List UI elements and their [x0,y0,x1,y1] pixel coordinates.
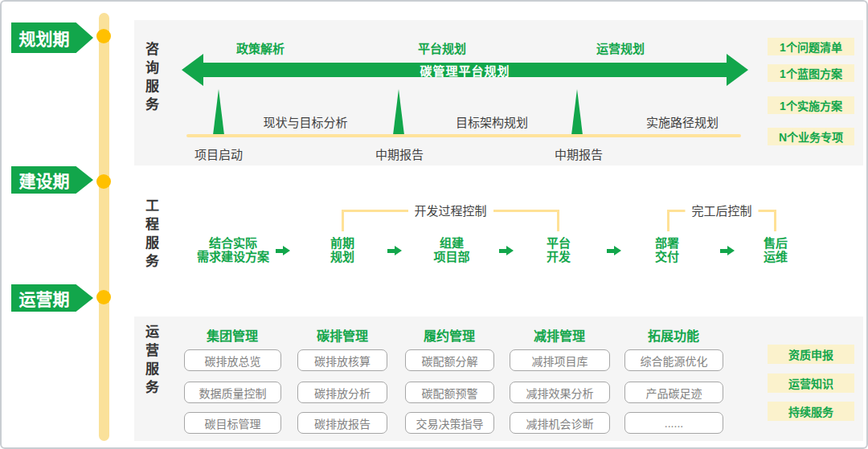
op-item: 碳排放报告 [297,412,387,434]
op-item: 碳排放分析 [297,382,387,403]
flow-step-line: 组建 [424,236,480,250]
op-item: 减排机会诊断 [510,412,610,434]
flow-step-line: 运维 [747,250,804,263]
deliverable-issue-list: 1个问题清单 [768,38,854,55]
arrow-title: 碳管理平台规划 [203,63,727,77]
flow-step-line: 结合实际 [185,236,281,250]
arrow-left-head [182,54,203,86]
milestone-spike-2 [393,89,404,135]
milestone-label-midterm-1: 中期报告 [351,145,448,162]
flow-step-project-team: 组建 项目部 [424,236,480,263]
op-header-compliance-mgmt: 履约管理 [411,325,488,345]
op-item: ...... [624,412,723,434]
op-item: 减排项目库 [510,349,610,371]
flow-step-line: 前期 [314,236,371,250]
op-side-knowledge: 运营知识 [768,373,854,393]
op-item: 碳配额预警 [405,382,494,403]
flow-arrow-icon [387,246,402,255]
op-item: 碳排放总览 [184,349,281,371]
op-item: 数据质量控制 [184,382,281,403]
flow-step-line: 项目部 [424,250,480,263]
consulting-section-title: 咨询服务 [141,42,161,116]
milestone-label-kickoff: 项目启动 [170,145,267,162]
op-side-qualification: 资质申报 [768,345,854,364]
flow-step-line: 售后 [747,236,804,250]
flow-step-line: 平台 [530,236,587,250]
flow-arrow-icon [276,246,290,255]
op-item: 产品碳足迹 [624,382,723,403]
flow-step-line: 需求建设方案 [185,250,281,263]
op-header-group-mgmt: 集团管理 [194,325,271,345]
dev-process-control-bracket: 开发过程控制 [342,210,559,231]
flow-step-line: 部署 [639,236,695,250]
phase-dot-planning [96,29,111,43]
op-header-extended-functions: 拓展功能 [635,325,712,345]
phase-dot-construction [96,174,111,189]
consulting-timeline [186,134,741,137]
arrow-right-head [727,54,748,86]
milestone-label-midterm-2: 中期报告 [530,145,627,162]
flow-step-after-sales: 售后 运维 [747,236,804,263]
operation-section-title: 运营服务 [141,325,161,398]
phase-dot-operation [96,290,111,304]
flow-step-deploy-deliver: 部署 交付 [639,236,695,263]
op-item: 碳配额分解 [405,349,494,371]
slide-canvas: 规划期 建设期 运营期 咨询服务 政策解析 平台规划 运营规划 碳管理平台规划 … [0,0,868,449]
operation-panel: 运营服务 集团管理 碳排管理 履约管理 减排管理 拓展功能 碳排放总览 数据质量… [134,316,863,441]
flow-step-requirements: 结合实际 需求建设方案 [185,236,281,263]
segment-text-3: 实施路径规划 [618,113,747,130]
phase-label-operation: 运营期 [11,284,93,312]
flow-step-line: 规划 [314,250,371,263]
dev-process-control-label: 开发过程控制 [407,202,493,218]
flow-arrow-icon [607,246,621,255]
segment-text-1: 现状与目标分析 [241,113,370,130]
flow-arrow-icon [720,246,735,255]
post-completion-control-bracket: 完工后控制 [667,210,776,231]
carbon-platform-planning-arrow: 碳管理平台规划 [182,54,748,86]
phase-timeline-rail [99,13,109,441]
op-item: 碳目标管理 [184,412,281,434]
flow-step-line: 开发 [530,250,587,263]
flow-step-early-planning: 前期 规划 [314,236,371,263]
deliverable-implementation: 1个实施方案 [768,96,854,114]
op-header-reduction-mgmt: 减排管理 [521,325,598,345]
deliverable-blueprint: 1个蓝图方案 [768,64,854,82]
op-header-emission-mgmt: 碳排管理 [304,325,381,345]
segment-text-2: 目标架构规划 [428,113,556,130]
op-item: 交易决策指导 [405,412,494,434]
op-item: 减排效果分析 [510,382,610,403]
op-side-continuous-service: 持续服务 [768,402,854,421]
milestone-spike-1 [213,89,224,135]
op-item: 碳排放核算 [297,349,387,371]
milestone-spike-3 [571,89,583,135]
engineering-section-title: 工程服务 [141,198,161,272]
deliverable-business-specials: N个业务专项 [768,128,854,145]
phase-label-planning: 规划期 [11,22,93,53]
flow-arrow-icon [499,246,514,255]
op-item: 综合能源优化 [624,349,723,371]
phase-label-construction: 建设期 [11,166,93,194]
post-completion-control-label: 完工后控制 [685,202,758,218]
consulting-panel: 咨询服务 政策解析 平台规划 运营规划 碳管理平台规划 现状与目标分析 目标架构… [134,20,863,165]
flow-step-line: 交付 [639,250,695,263]
flow-step-platform-dev: 平台 开发 [530,236,587,263]
